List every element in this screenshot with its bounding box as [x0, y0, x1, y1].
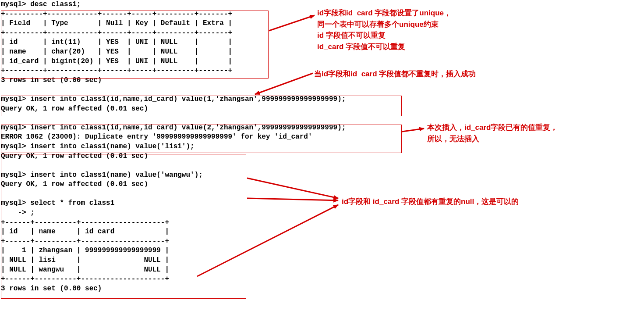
- annotation-line: id字段和id_card 字段都设置了unique，: [317, 7, 451, 19]
- annotation-insert-fail: 本次插入，id_card字段已有的值重复， 所以，无法插入: [427, 122, 558, 144]
- annotation-line: id字段和 id_card 字段值都有重复的null，这是可以的: [342, 197, 519, 206]
- annotation-unique: id字段和id_card 字段都设置了unique， 同一个表中可以存着多个un…: [317, 7, 451, 52]
- annotation-line: 所以，无法插入: [427, 133, 558, 145]
- annotation-null-ok: id字段和 id_card 字段值都有重复的null，这是可以的: [342, 196, 519, 207]
- annotation-line: 当id字段和id_card 字段值都不重复时，插入成功: [314, 70, 476, 78]
- annotation-line: 同一个表中可以存着多个unique约束: [317, 19, 451, 30]
- annotation-line: id_card 字段值不可以重复: [317, 41, 451, 53]
- annotation-line: 本次插入，id_card字段已有的值重复，: [427, 122, 558, 133]
- annotation-insert-success: 当id字段和id_card 字段值都不重复时，插入成功: [314, 68, 476, 80]
- annotation-line: id 字段值不可以重复: [317, 30, 451, 41]
